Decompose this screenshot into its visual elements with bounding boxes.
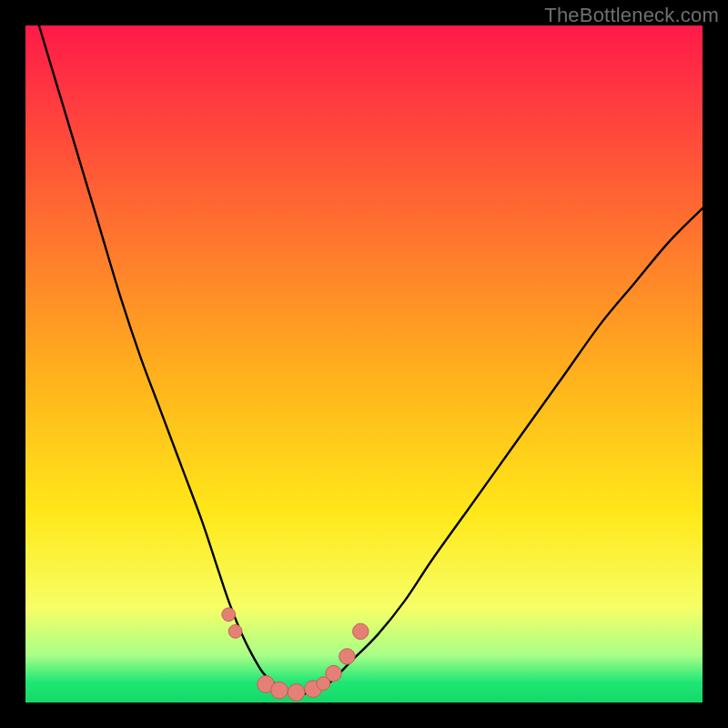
chart-svg — [25, 25, 703, 703]
curve-marker — [228, 625, 242, 639]
curve-marker — [339, 649, 355, 664]
curve-marker — [288, 683, 305, 701]
curve-marker — [271, 682, 288, 699]
chart-frame: TheBottleneck.com — [0, 0, 728, 728]
curve-marker — [353, 623, 369, 639]
chart-plot-area — [25, 25, 703, 703]
curve-marker — [326, 665, 341, 681]
watermark-label: TheBottleneck.com — [544, 4, 719, 27]
curve-marker — [222, 608, 236, 622]
chart-background-gradient — [25, 25, 703, 703]
